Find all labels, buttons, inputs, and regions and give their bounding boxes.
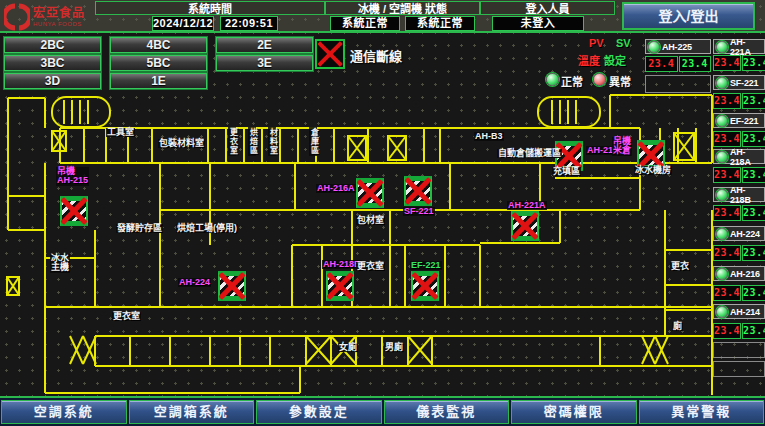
equipment-ah216[interactable]: AH-216 (713, 266, 765, 281)
system-clock: 22:09:51 (220, 16, 278, 31)
comm-fail-marker-sf221[interactable] (404, 176, 432, 206)
status-lamp-icon (648, 41, 660, 53)
company-logo: 宏亞食品 HUNYA FOODS (4, 1, 94, 32)
equipment-name: AH-225 (662, 42, 692, 52)
nav-password-auth-button[interactable]: 密碼權限 (511, 400, 637, 424)
sv-value: 23.4 (742, 245, 765, 261)
comm-fail-legend-icon (315, 39, 345, 69)
floor-button-3e[interactable]: 3E (216, 55, 313, 71)
normal-label: 正常 (561, 73, 583, 89)
floor-button-3bc[interactable]: 3BC (4, 55, 101, 71)
status-lamp-icon (716, 151, 728, 163)
floor-button-5bc[interactable]: 5BC (110, 55, 207, 71)
comm-fail-legend-label: 通信斷線 (350, 46, 402, 65)
room-label: 發酵貯存區 (116, 224, 163, 233)
marker-label: 吊機 米倉 (612, 137, 632, 156)
machine-status-label: 冰機 / 空調機 狀態 (325, 1, 480, 15)
brand-name: 宏亞食品 (33, 7, 85, 19)
room-label: 更衣室 (112, 312, 141, 321)
room-label: 包裝材料室 (158, 139, 205, 148)
logo-icon (4, 3, 30, 31)
equipment-name: EF-221 (730, 116, 758, 126)
room-label: 包材室 (356, 216, 385, 225)
equipment-ah224[interactable]: AH-224 (713, 226, 765, 241)
login-user-label: 登入人員 (480, 1, 615, 15)
marker-label: AH-221A (507, 201, 547, 210)
marker-label: 吊機 AH-215 (56, 167, 89, 186)
status-lamp-icon (716, 41, 728, 53)
ac-status: 系統正常 (405, 16, 475, 31)
equipment-name: AH-221A (730, 37, 764, 57)
equipment-values: 23.4 23.4 (713, 323, 765, 339)
equipment-ef221[interactable]: EF-221 (713, 113, 765, 128)
equipment-name: AH-218B (730, 185, 764, 205)
comm-fail-marker-ah218b[interactable] (326, 271, 354, 301)
equipment-ah218a[interactable]: AH-218A (713, 149, 765, 164)
equipment-values: 23.4 23.4 (713, 245, 765, 261)
room-label: 充填區 (552, 167, 581, 176)
nav-abnormal-alarm-button[interactable]: 異常警報 (639, 400, 765, 424)
sv-value: 23.4 (742, 167, 765, 183)
comm-fail-marker-ah221a[interactable] (511, 211, 539, 241)
pv-value: 23.4 (713, 205, 741, 221)
floor-button-4bc[interactable]: 4BC (110, 37, 207, 53)
equipment-sf221[interactable]: SF-221 (713, 75, 765, 90)
pv-label: PV (589, 37, 604, 49)
nav-ac-system-button[interactable]: 空調系統 (1, 400, 127, 424)
empty-slot (645, 75, 711, 93)
marker-label: AH-216A (316, 184, 356, 193)
room-label: 更衣室 (356, 262, 385, 271)
nav-ahu-system-button[interactable]: 空調箱系統 (129, 400, 255, 424)
comm-fail-marker-ah215[interactable] (60, 196, 88, 226)
pv-value: 23.4 (713, 323, 741, 339)
abnormal-lamp-icon (593, 73, 606, 86)
sv-value: 23.4 (742, 285, 765, 301)
sv-value: 23.4 (742, 55, 765, 71)
status-lamp-icon (716, 77, 728, 89)
status-lamp-icon (716, 228, 728, 240)
room-label: 工具室 (106, 128, 135, 137)
room-label: 烘焙區 (248, 127, 256, 156)
equipment-values: 23.4 23.4 (713, 55, 765, 71)
equipment-ah214[interactable]: AH-214 (713, 304, 765, 319)
header-bar: 宏亞食品 HUNYA FOODS 系統時間 2024/12/12 22:09:5… (0, 0, 765, 33)
room-label: 材料室 (268, 127, 276, 156)
floor-button-1e[interactable]: 1E (110, 73, 207, 89)
pv-value: 23.4 (645, 56, 678, 72)
room-label: 廁 (672, 322, 683, 331)
floor-button-2bc[interactable]: 2BC (4, 37, 101, 53)
room-label: 烘焙工場(停用) (176, 224, 238, 233)
normal-lamp-icon (546, 73, 559, 86)
sv-value: 23.4 (742, 131, 765, 147)
equipment-values: 23.4 23.4 (713, 285, 765, 301)
comm-fail-marker-ah216a[interactable] (356, 178, 384, 208)
room-label: 倉庫區 (309, 127, 317, 156)
equipment-values: 23.4 23.4 (713, 205, 765, 221)
status-lamp-icon (716, 115, 728, 127)
equipment-ah221a[interactable]: AH-221A (713, 39, 765, 54)
equipment-name: AH-224 (730, 229, 760, 239)
equipment-ah218b[interactable]: AH-218B (713, 187, 765, 202)
comm-fail-marker-ah224[interactable] (218, 271, 246, 301)
comm-fail-marker-ef221[interactable] (411, 271, 439, 301)
equipment-ah225[interactable]: AH-225 (645, 39, 711, 54)
login-logout-button[interactable]: 登入/登出 (622, 2, 755, 30)
nav-parameter-set-button[interactable]: 參數設定 (256, 400, 382, 424)
bottom-nav-bar: 空調系統 空調箱系統 參數設定 儀表監視 密碼權限 異常警報 (0, 396, 765, 426)
sv-value: 23.4 (679, 56, 712, 72)
equipment-name: AH-214 (730, 307, 760, 317)
floor-button-3d[interactable]: 3D (4, 73, 101, 89)
room-label: 女廁 (338, 343, 358, 352)
marker-label: AH-224 (178, 278, 211, 287)
equipment-name: AH-216 (730, 269, 760, 279)
equipment-name: SF-221 (730, 78, 758, 88)
sv-value: 23.4 (742, 93, 765, 109)
system-date: 2024/12/12 (152, 16, 214, 31)
floor-button-2e[interactable]: 2E (216, 37, 313, 53)
equipment-values: 23.4 23.4 (713, 131, 765, 147)
room-label: 更衣室 (228, 127, 236, 156)
status-lamp-icon (716, 306, 728, 318)
nav-meter-monitor-button[interactable]: 儀表監視 (384, 400, 510, 424)
room-label: 更衣 (670, 262, 690, 271)
empty-slot (713, 342, 765, 358)
